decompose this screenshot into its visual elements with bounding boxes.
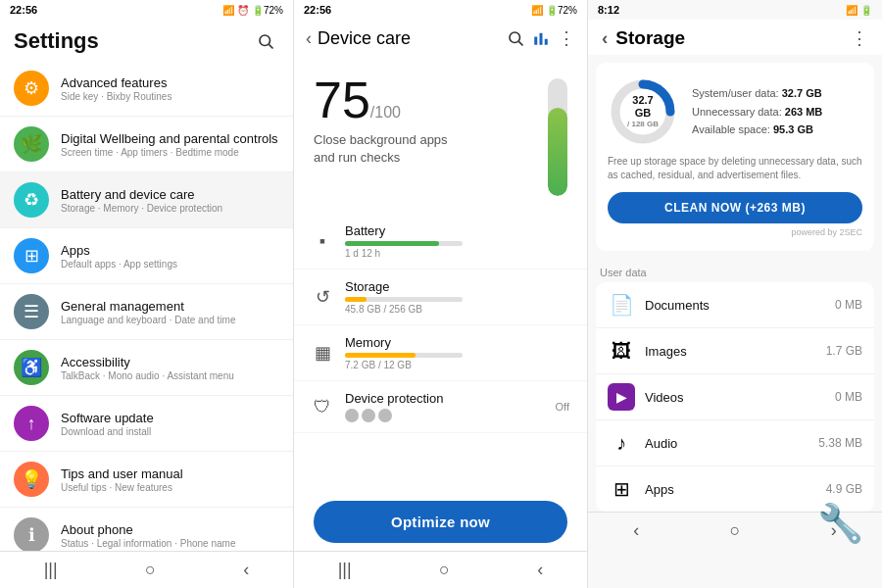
apps-icon: ⊞ — [14, 238, 49, 273]
wifi-icon: 📶 — [222, 5, 234, 16]
settings-item-general[interactable]: ☰ General management Language and keyboa… — [0, 284, 293, 340]
bottom-nav-2: ||| ○ ‹ — [294, 551, 587, 588]
optimize-btn-wrap: Optimize now — [294, 489, 587, 551]
alarm-icon: ⏰ — [237, 5, 249, 16]
nav-home-2[interactable]: ○ — [439, 560, 450, 580]
settings-title: Settings — [14, 28, 99, 54]
svg-point-0 — [260, 35, 270, 46]
memory-care-icon: ▦ — [312, 342, 333, 364]
user-data-list: 📄 Documents 0 MB 🖼 Images 1.7 GB ▶ Video… — [596, 282, 874, 512]
care-items-list: ▪ Battery 1 d 12 h ↺ Storage 45.8 GB / 2… — [294, 206, 587, 489]
nav-back-2[interactable]: ‹ — [537, 560, 543, 580]
advanced-features-sub: Side key · Bixby Routines — [61, 91, 172, 102]
about-title: About phone — [61, 522, 235, 537]
settings-item-battery-care[interactable]: ♻ Battery and device care Storage · Memo… — [0, 172, 293, 228]
score-bar — [548, 78, 567, 196]
svg-rect-5 — [540, 33, 543, 45]
memory-value: 7.2 GB / 12 GB — [345, 360, 569, 370]
settings-item-apps[interactable]: ⊞ Apps Default apps · App settings — [0, 228, 293, 284]
settings-list: ⚙ Advanced features Side key · Bixby Rou… — [0, 61, 293, 551]
settings-item-accessibility[interactable]: ♿ Accessibility TalkBack · Mono audio · … — [0, 340, 293, 396]
nav-back-3[interactable]: ‹ — [633, 520, 639, 541]
videos-label: Videos — [645, 390, 835, 405]
software-icon: ↑ — [14, 406, 49, 441]
tips-sub: Useful tips · New features — [61, 482, 183, 493]
dot1 — [345, 409, 359, 422]
device-care-header: ‹ Device care ⋮ — [294, 20, 587, 55]
protection-label: Device protection — [345, 391, 556, 406]
status-bar-1: 22:56 📶 ⏰ 🔋72% — [0, 0, 293, 20]
svg-point-2 — [510, 32, 520, 43]
wifi-icon-3: 📶 — [846, 5, 858, 16]
summary-info: System/user data: 32.7 GB Unnecessary da… — [692, 84, 862, 139]
settings-item-about[interactable]: ℹ About phone Status · Legal information… — [0, 508, 293, 551]
powered-by: powered by 2SEC — [608, 227, 862, 237]
settings-item-tips[interactable]: 💡 Tips and user manual Useful tips · New… — [0, 452, 293, 508]
search-button[interactable] — [252, 27, 279, 55]
general-title: General management — [61, 299, 235, 314]
storage-header: ‹ Storage ⋮ — [588, 20, 882, 55]
status-icons-1: 📶 ⏰ 🔋72% — [222, 5, 283, 16]
memory-label: Memory — [345, 335, 569, 350]
more-options-button[interactable]: ⋮ — [558, 27, 575, 49]
dot2 — [362, 409, 375, 422]
clean-now-button[interactable]: CLEAN NOW (+263 MB) — [608, 192, 862, 223]
care-item-protection[interactable]: 🛡 Device protection Off — [294, 381, 587, 433]
data-item-videos[interactable]: ▶ Videos 0 MB — [596, 374, 874, 420]
settings-item-software[interactable]: ↑ Software update Download and install — [0, 396, 293, 452]
accessibility-sub: TalkBack · Mono audio · Assistant menu — [61, 370, 234, 381]
images-icon: 🖼 — [608, 337, 635, 365]
device-care-title: Device care — [318, 28, 411, 49]
storage-summary: 32.7GB / 128 GB System/user data: 32.7 G… — [596, 63, 874, 251]
search-icon-2[interactable] — [507, 29, 524, 47]
nav-home-1[interactable]: ○ — [145, 560, 156, 580]
digital-wellbeing-sub: Screen time · App timers · Bedtime mode — [61, 147, 278, 158]
status-bar-2: 22:56 📶 🔋72% — [294, 0, 587, 20]
storage-title: Storage — [615, 27, 685, 49]
battery-icon-3: 🔋 — [860, 5, 872, 16]
protection-toggle: Off — [556, 401, 569, 413]
score-value: 75 — [314, 72, 370, 128]
care-item-storage[interactable]: ↺ Storage 45.8 GB / 256 GB — [294, 270, 587, 325]
care-item-memory[interactable]: ▦ Memory 7.2 GB / 12 GB — [294, 325, 587, 381]
system-user-data: System/user data: 32.7 GB — [692, 84, 862, 103]
battery-care-list-icon: ▪ — [312, 231, 333, 252]
time-1: 22:56 — [10, 4, 37, 16]
score-bar-fill — [548, 108, 567, 196]
battery-care-icon: ♻ — [14, 182, 49, 218]
battery-bar — [345, 241, 439, 246]
settings-item-digital-wellbeing[interactable]: 🌿 Digital Wellbeing and parental control… — [0, 117, 293, 172]
optimize-now-button[interactable]: Optimize now — [314, 501, 567, 543]
status-icons-2: 📶 🔋72% — [531, 5, 577, 16]
svg-rect-4 — [534, 37, 537, 45]
back-button-2[interactable]: ‹ — [306, 28, 312, 49]
storage-panel: 8:12 📶 🔋 ‹ Storage ⋮ 32.7GB / 128 GB — [588, 0, 882, 588]
donut-center: 32.7GB / 128 GB — [627, 94, 659, 129]
status-icons-3: 📶 🔋 — [846, 5, 872, 16]
data-item-documents[interactable]: 📄 Documents 0 MB — [596, 282, 874, 328]
more-options-3[interactable]: ⋮ — [851, 27, 868, 49]
nav-recent-2[interactable]: ||| — [338, 560, 352, 580]
bar-chart-icon[interactable] — [532, 29, 550, 47]
data-item-audio[interactable]: ♪ Audio 5.38 MB — [596, 420, 874, 466]
storage-bar — [345, 297, 367, 302]
documents-label: Documents — [645, 298, 835, 313]
settings-item-advanced-features[interactable]: ⚙ Advanced features Side key · Bixby Rou… — [0, 61, 293, 117]
nav-recent-1[interactable]: ||| — [44, 560, 58, 580]
videos-icon: ▶ — [608, 383, 635, 411]
advanced-features-icon: ⚙ — [14, 71, 49, 106]
documents-icon: 📄 — [608, 291, 635, 318]
battery-label: Battery — [345, 223, 569, 238]
care-item-battery[interactable]: ▪ Battery 1 d 12 h — [294, 214, 587, 270]
nav-back-1[interactable]: ‹ — [243, 560, 249, 580]
tips-icon: 💡 — [14, 462, 49, 497]
score-max: /100 — [370, 104, 401, 121]
score-label: Close background appsand run checks — [314, 131, 536, 167]
back-button-3[interactable]: ‹ — [602, 27, 608, 49]
images-label: Images — [645, 344, 826, 359]
documents-size: 0 MB — [835, 298, 862, 312]
digital-wellbeing-title: Digital Wellbeing and parental controls — [61, 131, 278, 146]
nav-home-3[interactable]: ○ — [730, 520, 741, 541]
user-data-header: User data — [596, 259, 874, 282]
data-item-images[interactable]: 🖼 Images 1.7 GB — [596, 328, 874, 374]
